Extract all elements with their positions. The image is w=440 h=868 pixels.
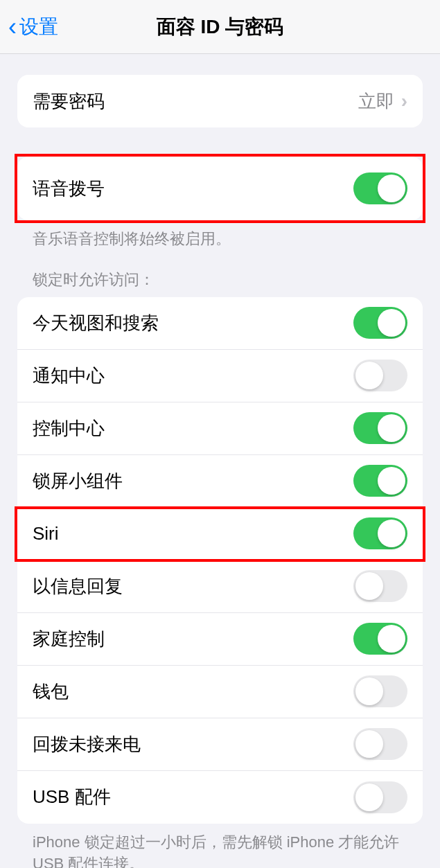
lock-item-label: 钱包 [33, 680, 69, 704]
require-passcode-row[interactable]: 需要密码 立即 › [17, 75, 423, 127]
lock-item-label: 锁屏小组件 [33, 469, 123, 493]
voice-dial-toggle[interactable] [353, 172, 407, 204]
lock-item-label: 家庭控制 [33, 627, 105, 651]
page-title: 面容 ID 与密码 [0, 14, 440, 40]
lock-access-group: 今天视图和搜索通知中心控制中心锁屏小组件Siri以信息回复家庭控制钱包回拨未接来… [17, 297, 423, 824]
lock-item-toggle[interactable] [353, 412, 407, 444]
lock-item-toggle[interactable] [353, 623, 407, 655]
lock-item-toggle[interactable] [353, 781, 407, 813]
back-label: 设置 [19, 14, 58, 40]
lock-item-row: 钱包 [17, 666, 423, 718]
voice-dial-group: 语音拨号 [17, 157, 423, 220]
lock-item-toggle[interactable] [353, 517, 407, 549]
lock-access-header: 锁定时允许访问： [17, 250, 423, 297]
lock-item-row: 锁屏小组件 [17, 455, 423, 508]
lock-item-label: 回拨未接来电 [33, 732, 141, 756]
lock-item-toggle[interactable] [353, 465, 407, 497]
lock-item-label: 今天视图和搜索 [33, 311, 159, 335]
require-passcode-label: 需要密码 [33, 89, 105, 114]
passcode-group: 需要密码 立即 › [17, 75, 423, 127]
lock-item-row: USB 配件 [17, 771, 423, 824]
back-button[interactable]: ‹ 设置 [0, 14, 58, 40]
lock-item-row: 家庭控制 [17, 613, 423, 666]
require-passcode-value: 立即 [358, 89, 394, 114]
nav-bar: ‹ 设置 面容 ID 与密码 [0, 0, 440, 54]
chevron-right-icon: › [401, 90, 407, 112]
lock-item-row: 以信息回复 [17, 560, 423, 613]
lock-item-label: 通知中心 [33, 364, 105, 388]
lock-item-toggle[interactable] [353, 360, 407, 391]
lock-item-row: Siri [17, 508, 423, 560]
usb-footer: iPhone 锁定超过一小时后，需先解锁 iPhone 才能允许 USB 配件连… [17, 824, 423, 868]
lock-item-row: 控制中心 [17, 402, 423, 455]
lock-item-toggle[interactable] [353, 307, 407, 339]
lock-item-label: Siri [33, 523, 59, 544]
lock-item-toggle[interactable] [353, 675, 407, 707]
lock-item-label: 以信息回复 [33, 574, 123, 599]
voice-dial-row: 语音拨号 [17, 162, 423, 215]
voice-dial-label: 语音拨号 [33, 177, 105, 201]
lock-item-row: 今天视图和搜索 [17, 297, 423, 350]
lock-item-toggle[interactable] [353, 728, 407, 760]
lock-item-row: 通知中心 [17, 350, 423, 402]
lock-item-toggle[interactable] [353, 570, 407, 602]
chevron-left-icon: ‹ [8, 15, 17, 39]
lock-item-label: 控制中心 [33, 416, 105, 441]
voice-dial-footer: 音乐语音控制将始终被启用。 [17, 220, 423, 250]
lock-item-label: USB 配件 [33, 785, 111, 809]
lock-item-row: 回拨未接来电 [17, 718, 423, 771]
